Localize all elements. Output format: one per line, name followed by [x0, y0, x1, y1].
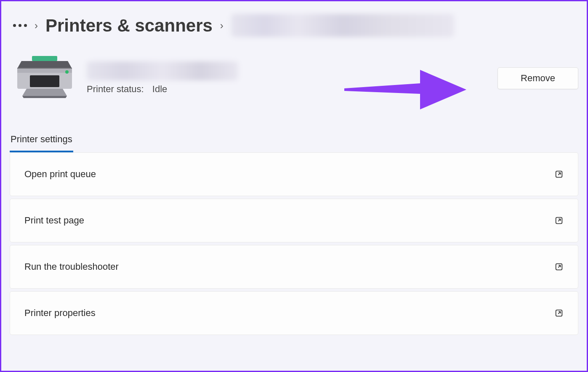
settings-item-label: Open print queue — [24, 169, 96, 180]
external-link-icon — [554, 262, 564, 271]
settings-item-print-test-page[interactable]: Print test page — [10, 199, 578, 242]
breadcrumb: › Printers & scanners › — [1, 1, 587, 43]
chevron-right-icon: › — [35, 20, 38, 32]
remove-button[interactable]: Remove — [498, 67, 578, 89]
printer-name-blurred — [87, 61, 238, 80]
tab-bar: Printer settings — [1, 109, 587, 153]
svg-rect-0 — [32, 56, 57, 61]
printer-status-value: Idle — [152, 84, 167, 94]
settings-list: Open print queue Print test page Run the… — [1, 152, 587, 335]
external-link-icon — [554, 308, 564, 318]
settings-item-open-print-queue[interactable]: Open print queue — [10, 152, 578, 196]
breadcrumb-category[interactable]: Printers & scanners — [45, 16, 213, 36]
svg-rect-6 — [30, 75, 59, 87]
more-icon[interactable] — [13, 24, 27, 27]
external-link-icon — [554, 170, 564, 179]
svg-marker-7 — [22, 89, 67, 96]
printer-status-label: Printer status: — [87, 84, 144, 94]
breadcrumb-device-blurred — [231, 14, 454, 37]
svg-rect-4 — [17, 69, 72, 73]
printer-status: Printer status: Idle — [87, 84, 498, 95]
printer-icon — [13, 56, 76, 100]
tab-printer-settings[interactable]: Printer settings — [10, 134, 73, 152]
external-link-icon — [554, 216, 564, 225]
chevron-right-icon: › — [220, 20, 223, 32]
svg-marker-1 — [17, 61, 72, 69]
settings-item-label: Print test page — [24, 215, 84, 226]
printer-header: Printer status: Idle Remove — [1, 43, 587, 109]
settings-item-printer-properties[interactable]: Printer properties — [10, 291, 578, 335]
svg-marker-8 — [22, 96, 67, 98]
settings-item-label: Run the troubleshooter — [24, 261, 119, 272]
svg-point-5 — [65, 70, 69, 74]
settings-item-label: Printer properties — [24, 308, 96, 319]
settings-item-run-troubleshooter[interactable]: Run the troubleshooter — [10, 245, 578, 289]
